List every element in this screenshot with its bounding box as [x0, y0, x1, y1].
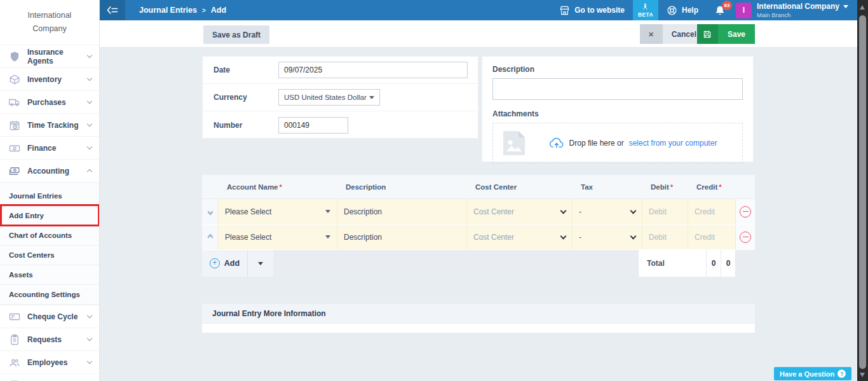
cash-stack-icon — [9, 165, 20, 177]
sidebar-item-inventory[interactable]: Inventory — [0, 67, 99, 90]
more-information-header[interactable]: Journal Entry More Information — [202, 304, 755, 324]
more-information-section: Journal Entry More Information — [202, 304, 755, 333]
submenu-item-add-entry[interactable]: Add Entry — [0, 206, 99, 226]
breadcrumb-add: Add — [211, 6, 226, 15]
sidebar-item-finance[interactable]: Finance — [0, 136, 99, 159]
truck-icon — [9, 97, 20, 108]
accounting-submenu: Journal Entries Add Entry Chart of Accou… — [0, 182, 99, 305]
table-footer-strip: + Add Total 0 0 — [202, 250, 755, 277]
sidebar-item-time-tracking[interactable]: Time Tracking — [0, 113, 99, 136]
rocket-icon — [642, 3, 649, 11]
box-icon — [9, 74, 20, 85]
double-chevron-up-icon — [208, 236, 212, 239]
chevron-down-icon — [87, 121, 92, 127]
chevron-down-icon — [560, 207, 567, 214]
avatar[interactable]: I — [736, 3, 752, 18]
date-input[interactable] — [278, 62, 468, 78]
description-textarea[interactable] — [492, 78, 743, 100]
chevron-down-icon — [325, 235, 330, 239]
credit-input[interactable] — [688, 199, 736, 224]
date-label: Date — [203, 66, 278, 74]
notifications-button[interactable]: 83 — [707, 0, 733, 20]
description-header: Description — [337, 183, 467, 191]
sidebar-item-organizational[interactable]: Organizational — [0, 373, 99, 381]
collapse-arrow-icon — [106, 4, 119, 17]
debit-input[interactable] — [642, 199, 688, 224]
chevron-down-icon — [87, 336, 92, 341]
help-button[interactable]: Help — [658, 0, 707, 20]
debit-header: Debit* — [642, 183, 688, 191]
currency-select[interactable]: USD United States Dollar — [278, 89, 380, 106]
remove-row-button[interactable] — [740, 206, 751, 218]
add-row-button[interactable]: + Add — [202, 250, 248, 277]
submenu-item-journal-entries[interactable]: Journal Entries — [0, 186, 99, 206]
debit-input[interactable] — [642, 225, 688, 249]
remove-row-button[interactable] — [740, 232, 751, 243]
description-label: Description — [492, 65, 743, 74]
select-from-computer-link[interactable]: select from your computer — [629, 139, 717, 148]
number-input[interactable] — [278, 117, 348, 134]
save-button[interactable]: Save — [697, 24, 755, 44]
clipboard-icon — [9, 334, 20, 345]
sidebar: International Company Insurance Agents I… — [0, 0, 100, 381]
credit-header: Credit* — [688, 183, 736, 191]
company-logo[interactable]: International Company — [0, 0, 99, 45]
cancel-button[interactable]: × Cancel — [640, 24, 705, 44]
entry-lines-table: Account Name* Description Cost Center Ta… — [202, 175, 755, 277]
account-select[interactable]: Please Select — [219, 225, 337, 249]
scroll-down-arrow[interactable] — [860, 373, 865, 377]
currency-row: Currency USD United States Dollar — [203, 84, 478, 111]
breadcrumb: Journal Entries > Add — [139, 6, 226, 15]
go-to-website-button[interactable]: Go to website — [551, 0, 633, 20]
sidebar-item-purchases[interactable]: Purchases — [0, 90, 99, 113]
sidebar-item-accounting[interactable]: Accounting — [0, 159, 99, 182]
submenu-item-cost-centers[interactable]: Cost Centers — [0, 246, 99, 265]
sidebar-item-cheque-cycle[interactable]: Cheque Cycle — [0, 305, 99, 328]
file-dropzone[interactable]: Drop file here or select from your compu… — [492, 123, 743, 163]
have-a-question-button[interactable]: Have a Question ? — [774, 367, 851, 380]
date-row: Date — [203, 57, 478, 84]
submenu-item-assets[interactable]: Assets — [0, 265, 99, 285]
table-row: Please Select Description Cost Center - — [202, 199, 755, 225]
cost-center-select[interactable]: Cost Center — [467, 199, 573, 224]
beta-badge[interactable]: BETA — [633, 0, 658, 20]
credit-input[interactable] — [688, 225, 736, 249]
scrollbar-thumb[interactable] — [859, 15, 866, 369]
vertical-scrollbar[interactable] — [857, 0, 868, 381]
sidebar-item-insurance-agents[interactable]: Insurance Agents — [0, 45, 99, 67]
scroll-up-arrow[interactable] — [860, 5, 865, 10]
breadcrumb-separator: > — [202, 7, 206, 14]
tax-select[interactable]: - — [573, 225, 642, 249]
number-label: Number — [203, 121, 278, 130]
chevron-down-icon — [87, 99, 92, 104]
sidebar-item-employees[interactable]: Employees — [0, 350, 99, 373]
breadcrumb-journal-entries[interactable]: Journal Entries — [139, 6, 197, 15]
total-debit-value: 0 — [706, 250, 721, 277]
move-row-down-handle[interactable] — [202, 199, 219, 224]
submenu-item-chart-of-accounts[interactable]: Chart of Accounts — [0, 226, 99, 246]
remove-row-cell — [736, 199, 755, 224]
required-asterisk: * — [719, 183, 721, 191]
chevron-down-icon — [369, 96, 374, 99]
floppy-disk-icon — [697, 24, 718, 44]
sidebar-item-requests[interactable]: Requests — [0, 328, 99, 350]
cheque-icon — [9, 311, 20, 322]
required-asterisk: * — [670, 183, 673, 191]
move-row-up-handle[interactable] — [202, 225, 219, 249]
storefront-icon — [559, 6, 570, 15]
chevron-down-icon — [630, 207, 637, 214]
line-description-input[interactable]: Description — [337, 225, 467, 249]
account-menu[interactable]: International Company Main Branch — [757, 2, 848, 18]
cost-center-select[interactable]: Cost Center — [467, 225, 573, 249]
line-description-input[interactable]: Description — [337, 199, 467, 224]
required-asterisk: * — [280, 183, 282, 191]
collapse-sidebar-button[interactable] — [100, 0, 125, 20]
account-select[interactable]: Please Select — [219, 199, 337, 224]
tax-select[interactable]: - — [573, 199, 642, 224]
action-toolbar: Save as Draft × Cancel Save — [100, 20, 857, 48]
cost-center-header: Cost Center — [467, 183, 573, 191]
save-as-draft-button[interactable]: Save as Draft — [203, 25, 269, 44]
submenu-item-accounting-settings[interactable]: Accounting Settings — [0, 285, 99, 305]
add-row-dropdown-toggle[interactable] — [248, 250, 273, 277]
question-mark-icon: ? — [837, 370, 846, 378]
